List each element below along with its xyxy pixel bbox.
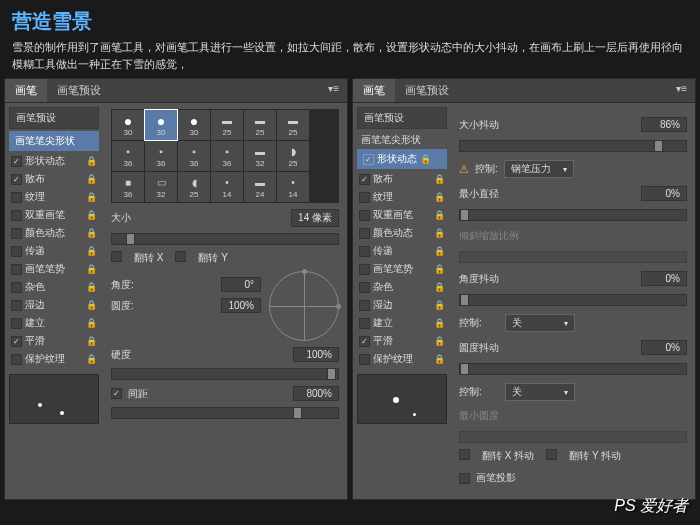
brush-tip-7[interactable]: ▪36 <box>145 141 177 171</box>
min-diameter-slider[interactable] <box>459 209 687 221</box>
sidebar-item-1[interactable]: 散布🔒 <box>9 170 99 188</box>
sidebar-item-2[interactable]: 纹理🔒 <box>9 188 99 206</box>
spacing-checkbox[interactable] <box>111 388 122 399</box>
brush-tip-17[interactable]: •14 <box>277 172 309 202</box>
tab-brush-r[interactable]: 画笔 <box>353 79 395 102</box>
sidebar-item-8[interactable]: 湿边🔒 <box>9 296 99 314</box>
brush-tip-11[interactable]: ◗25 <box>277 141 309 171</box>
brush-tip-6[interactable]: ▪36 <box>112 141 144 171</box>
sidebar-cb-4[interactable] <box>11 228 22 239</box>
brush-tip-15[interactable]: •14 <box>211 172 243 202</box>
sidebar-cb-6[interactable] <box>359 264 370 275</box>
flipx-checkbox[interactable] <box>111 251 122 262</box>
spacing-slider[interactable] <box>111 407 339 419</box>
hardness-slider[interactable] <box>111 368 339 380</box>
size-jitter-slider[interactable] <box>459 140 687 152</box>
sidebar-cb-5[interactable] <box>11 246 22 257</box>
sidebar-head-r[interactable]: 画笔预设 <box>357 107 447 129</box>
sidebar-cb-7[interactable] <box>359 282 370 293</box>
brush-tip-2[interactable]: ●30 <box>178 110 210 140</box>
brush-tip-1[interactable]: ●30 <box>145 110 177 140</box>
roundness-value[interactable]: 100% <box>221 298 261 313</box>
shape-dynamics-active[interactable]: 形状动态 🔒 <box>357 149 447 169</box>
sidebar-item-6[interactable]: 画笔笔势🔒 <box>9 260 99 278</box>
spacing-value[interactable]: 800% <box>293 386 339 401</box>
angle-control[interactable] <box>269 271 339 341</box>
sidebar-head[interactable]: 画笔预设 <box>9 107 99 129</box>
tip-shape-r[interactable]: 画笔笔尖形状 <box>361 133 445 147</box>
flipx-jitter-cb[interactable] <box>459 449 470 460</box>
brush-tip-10[interactable]: ▬32 <box>244 141 276 171</box>
hardness-value[interactable]: 100% <box>293 347 339 362</box>
sidebar-item-1[interactable]: 散布🔒 <box>357 170 447 188</box>
sidebar-item-10[interactable]: 平滑🔒 <box>9 332 99 350</box>
brush-tip-0[interactable]: ●30 <box>112 110 144 140</box>
tab-presets-r[interactable]: 画笔预设 <box>395 79 459 102</box>
sidebar-item-9[interactable]: 建立🔒 <box>9 314 99 332</box>
sidebar-item-2[interactable]: 纹理🔒 <box>357 188 447 206</box>
angle-value[interactable]: 0° <box>221 277 261 292</box>
sidebar-cb-2[interactable] <box>359 192 370 203</box>
sidebar-item-0[interactable]: 形状动态🔒 <box>9 152 99 170</box>
round-jitter-value[interactable]: 0% <box>641 340 687 355</box>
sidebar-cb-1[interactable] <box>11 174 22 185</box>
sidebar-item-5[interactable]: 传递🔒 <box>357 242 447 260</box>
sidebar-item-10[interactable]: 平滑🔒 <box>357 332 447 350</box>
brush-tip-3[interactable]: ▬25 <box>211 110 243 140</box>
sidebar-cb-10[interactable] <box>359 336 370 347</box>
sidebar-item-4[interactable]: 颜色动态🔒 <box>9 224 99 242</box>
brush-tip-4[interactable]: ▬25 <box>244 110 276 140</box>
sidebar-item-6[interactable]: 画笔笔势🔒 <box>357 260 447 278</box>
sidebar-cb-11[interactable] <box>359 354 370 365</box>
control3-select[interactable]: 关 <box>505 383 575 401</box>
panel-menu-icon-r[interactable]: ▾≡ <box>668 79 695 102</box>
sidebar-cb-9[interactable] <box>359 318 370 329</box>
tab-brush[interactable]: 画笔 <box>5 79 47 102</box>
round-jitter-slider[interactable] <box>459 363 687 375</box>
brush-tip-12[interactable]: ■36 <box>112 172 144 202</box>
sidebar-cb-9[interactable] <box>11 318 22 329</box>
min-diameter-value[interactable]: 0% <box>641 186 687 201</box>
brush-tip-13[interactable]: ▭32 <box>145 172 177 202</box>
sidebar-cb-5[interactable] <box>359 246 370 257</box>
flipy-jitter-cb[interactable] <box>546 449 557 460</box>
sidebar-item-3[interactable]: 双重画笔🔒 <box>9 206 99 224</box>
sidebar-cb-3[interactable] <box>359 210 370 221</box>
sidebar-item-3[interactable]: 双重画笔🔒 <box>357 206 447 224</box>
sidebar-item-11[interactable]: 保护纹理🔒 <box>9 350 99 368</box>
sidebar-cb-11[interactable] <box>11 354 22 365</box>
sidebar-cb-3[interactable] <box>11 210 22 221</box>
control-select[interactable]: 钢笔压力 <box>504 160 574 178</box>
sidebar-item-8[interactable]: 湿边🔒 <box>357 296 447 314</box>
sidebar-cb-1[interactable] <box>359 174 370 185</box>
sidebar-cb-7[interactable] <box>11 282 22 293</box>
angle-jitter-slider[interactable] <box>459 294 687 306</box>
tab-presets[interactable]: 画笔预设 <box>47 79 111 102</box>
sidebar-item-4[interactable]: 颜色动态🔒 <box>357 224 447 242</box>
brush-tip-8[interactable]: ▪36 <box>178 141 210 171</box>
sidebar-item-7[interactable]: 杂色🔒 <box>357 278 447 296</box>
sidebar-cb-4[interactable] <box>359 228 370 239</box>
sidebar-item-9[interactable]: 建立🔒 <box>357 314 447 332</box>
sidebar-item-7[interactable]: 杂色🔒 <box>9 278 99 296</box>
sidebar-cb-6[interactable] <box>11 264 22 275</box>
brush-tip-9[interactable]: ▪36 <box>211 141 243 171</box>
brush-tip-16[interactable]: ▬24 <box>244 172 276 202</box>
size-jitter-value[interactable]: 86% <box>641 117 687 132</box>
brush-projection-cb[interactable] <box>459 473 470 484</box>
sidebar-cb-8[interactable] <box>11 300 22 311</box>
sidebar-cb-0[interactable] <box>11 156 22 167</box>
brush-tip-5[interactable]: ▬25 <box>277 110 309 140</box>
sidebar-cb-2[interactable] <box>11 192 22 203</box>
sidebar-cb-8[interactable] <box>359 300 370 311</box>
control2-select[interactable]: 关 <box>505 314 575 332</box>
sidebar-item-5[interactable]: 传递🔒 <box>9 242 99 260</box>
flipy-checkbox[interactable] <box>175 251 186 262</box>
brush-tip-14[interactable]: ◖25 <box>178 172 210 202</box>
sidebar-active[interactable]: 画笔笔尖形状 <box>9 131 99 151</box>
size-slider[interactable] <box>111 233 339 245</box>
sidebar-cb-10[interactable] <box>11 336 22 347</box>
sidebar-item-11[interactable]: 保护纹理🔒 <box>357 350 447 368</box>
panel-menu-icon[interactable]: ▾≡ <box>320 79 347 102</box>
angle-jitter-value[interactable]: 0% <box>641 271 687 286</box>
